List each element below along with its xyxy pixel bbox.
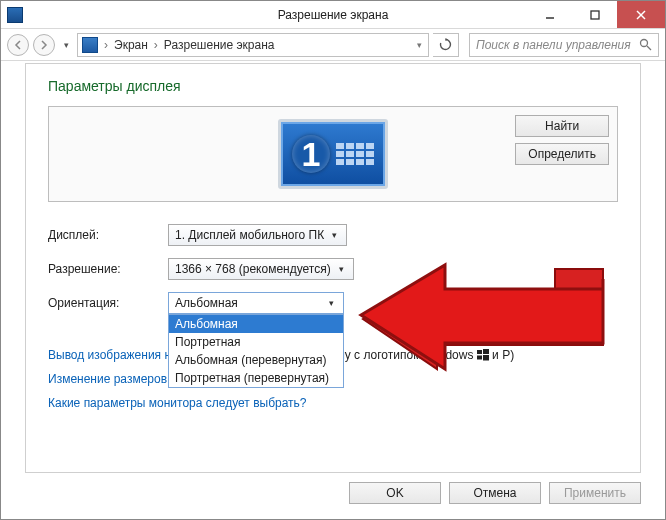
dialog-footer: OK Отмена Применить <box>25 477 641 509</box>
svg-rect-9 <box>483 355 489 361</box>
display-preview[interactable]: 1 Найти Определить <box>48 106 618 202</box>
page-heading: Параметры дисплея <box>48 78 618 94</box>
chevron-down-icon: ▾ <box>324 296 339 310</box>
svg-rect-7 <box>483 349 489 354</box>
navbar: ▾ › Экран › Разрешение экрана ▾ Поиск в … <box>1 29 665 61</box>
app-icon <box>7 7 23 23</box>
nav-history-dropdown[interactable]: ▾ <box>59 34 73 56</box>
orientation-dropdown: Альбомная Портретная Альбомная (переверн… <box>168 314 344 388</box>
nav-back-button[interactable] <box>7 34 29 56</box>
detect-button[interactable]: Найти <box>515 115 609 137</box>
orientation-option[interactable]: Альбомная (перевернутая) <box>169 351 343 369</box>
breadcrumb-item[interactable]: Разрешение экрана <box>164 38 275 52</box>
identify-button[interactable]: Определить <box>515 143 609 165</box>
orientation-option[interactable]: Альбомная <box>169 315 343 333</box>
breadcrumb-item[interactable]: Экран <box>114 38 148 52</box>
windows-logo-icon <box>477 349 489 361</box>
search-input[interactable]: Поиск в панели управления <box>469 33 659 57</box>
resolution-select[interactable]: 1366 × 768 (рекомендуется) ▾ <box>168 258 354 280</box>
chevron-down-icon: ▾ <box>334 262 349 276</box>
search-icon <box>639 38 652 51</box>
minimize-button[interactable] <box>527 1 572 28</box>
content-panel: Параметры дисплея 1 Найти Определить Дис… <box>25 63 641 473</box>
resolution-label: Разрешение: <box>48 262 168 276</box>
titlebar: Разрешение экрана <box>1 1 665 29</box>
settings-form: Дисплей: 1. Дисплей мобильного ПК ▾ Разр… <box>48 224 618 314</box>
display-label: Дисплей: <box>48 228 168 242</box>
monitor-graphic[interactable]: 1 <box>278 119 388 189</box>
chevron-down-icon[interactable]: ▾ <box>415 40 424 50</box>
close-button[interactable] <box>617 1 665 28</box>
resolution-value: 1366 × 768 (рекомендуется) <box>175 262 331 276</box>
chevron-down-icon: ▾ <box>327 228 342 242</box>
orientation-select[interactable]: Альбомная ▾ <box>168 292 344 314</box>
refresh-icon <box>439 38 452 51</box>
apply-button[interactable]: Применить <box>549 482 641 504</box>
svg-rect-8 <box>477 356 482 360</box>
ok-button[interactable]: OK <box>349 482 441 504</box>
window-controls <box>527 1 665 28</box>
arrow-left-icon <box>13 40 23 50</box>
orientation-value: Альбомная <box>175 296 238 310</box>
nav-forward-button[interactable] <box>33 34 55 56</box>
cancel-button[interactable]: Отмена <box>449 482 541 504</box>
maximize-button[interactable] <box>572 1 617 28</box>
breadcrumb-sep-icon: › <box>102 38 110 52</box>
display-select[interactable]: 1. Дисплей мобильного ПК ▾ <box>168 224 347 246</box>
which-params-link[interactable]: Какие параметры монитора следует выбрать… <box>48 396 307 410</box>
monitor-number-badge: 1 <box>292 135 330 173</box>
search-placeholder: Поиск в панели управления <box>476 38 631 52</box>
monitor-pattern-icon <box>336 143 374 165</box>
breadcrumb[interactable]: › Экран › Разрешение экрана ▾ <box>77 33 429 57</box>
breadcrumb-sep-icon: › <box>152 38 160 52</box>
control-panel-icon <box>82 37 98 53</box>
svg-rect-6 <box>477 350 482 354</box>
orientation-option[interactable]: Портретная <box>169 333 343 351</box>
display-value: 1. Дисплей мобильного ПК <box>175 228 324 242</box>
svg-point-4 <box>641 40 648 47</box>
refresh-button[interactable] <box>433 33 459 57</box>
arrow-right-icon <box>39 40 49 50</box>
orientation-label: Ориентация: <box>48 296 168 310</box>
svg-rect-1 <box>591 11 599 19</box>
orientation-option[interactable]: Портретная (перевернутая) <box>169 369 343 387</box>
svg-line-5 <box>647 46 651 50</box>
